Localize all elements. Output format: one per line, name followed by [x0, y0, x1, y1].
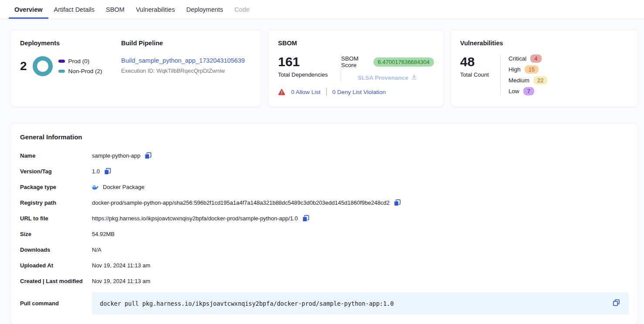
deployments-legend: Prod (0)Non-Prod (2)	[58, 58, 102, 74]
sbom-total: 161	[278, 54, 341, 69]
info-value: Docker Package	[103, 184, 144, 190]
general-information-title: General Information	[20, 133, 629, 141]
info-value-wrap: https://pkg.harness.io/ikpsjoavtcwxnqisy…	[92, 214, 310, 223]
copy-icon[interactable]	[393, 199, 401, 207]
info-value: Nov 19, 2024 11:13 am	[92, 278, 150, 284]
info-value-wrap: Nov 19, 2024 11:13 am	[92, 278, 150, 284]
severity-label: Medium	[508, 77, 529, 84]
overview-page: Deployments 2 Prod (0)Non-Prod (2) Build…	[0, 19, 644, 324]
info-value-wrap: 1.0	[92, 167, 112, 176]
sbom-total-label: Total Dependencies	[278, 71, 341, 78]
sbom-title: SBOM	[278, 40, 434, 47]
vulnerabilities-card: Vulnerabilities 48 Total Count Critical4…	[451, 30, 638, 107]
info-value: 54.92MB	[92, 231, 115, 237]
vulnerabilities-total: 48	[460, 54, 500, 69]
deployments-body: 2 Prod (0)Non-Prod (2)	[20, 56, 121, 76]
severity-count-badge: 22	[533, 76, 547, 84]
info-row-created-last-modified: Created | Last modifiedNov 19, 2024 11:1…	[20, 273, 629, 289]
pull-command-copy-button[interactable]	[612, 298, 621, 309]
info-value-wrap: 54.92MB	[92, 231, 115, 237]
info-row-uploaded-at: Uploaded AtNov 19, 2024 11:13 am	[20, 257, 629, 273]
sbom-total-section: 161 Total Dependencies	[278, 54, 341, 78]
copy-icon[interactable]	[302, 214, 310, 223]
build-pipeline-section: Build Pipeline Build_sample_python_app_1…	[121, 40, 252, 97]
execution-id-text: Execution ID: WqkTilbBRqecQrpDtZwniw	[121, 68, 252, 74]
info-label: Version/Tag	[20, 168, 92, 175]
info-row-package-type: Package typeDocker Package	[20, 179, 629, 195]
deployments-title: Deployments	[20, 40, 121, 47]
info-value-wrap: docker-prod/sample-python-app/sha256:596…	[92, 199, 401, 207]
deployments-card: Deployments 2 Prod (0)Non-Prod (2) Build…	[10, 30, 261, 107]
info-label: Name	[20, 152, 92, 159]
info-value: 1.0	[92, 168, 100, 175]
pull-command-label: Pull command	[20, 300, 92, 307]
info-value: https://pkg.harness.io/ikpsjoavtcwxnqisy…	[92, 215, 298, 222]
info-row-version-tag: Version/Tag1.0	[20, 163, 629, 179]
tab-overview[interactable]: Overview	[9, 0, 48, 19]
tab-bar: OverviewArtifact DetailsSBOMVulnerabilit…	[0, 0, 644, 19]
sbom-score-badge: 6.470017636684304	[373, 57, 434, 67]
legend-swatch	[58, 60, 65, 63]
info-label: Size	[20, 231, 92, 237]
build-pipeline-link[interactable]: Build_sample_python_app_1732043105639	[121, 57, 245, 64]
sbom-card: SBOM 161 Total Dependencies SBOM Score 6…	[268, 30, 444, 107]
tab-deployments[interactable]: Deployments	[180, 0, 229, 19]
general-information-rows: Namesample-python-appVersion/Tag1.0Packa…	[20, 148, 629, 289]
info-value: sample-python-app	[92, 152, 140, 159]
deployments-total: 2	[20, 59, 27, 73]
info-row-url-to-file: URL to filehttps://pkg.harness.io/ikpsjo…	[20, 210, 629, 226]
deny-list-link[interactable]: 0 Deny List Violation	[332, 89, 386, 95]
legend-label: Non-Prod (2)	[68, 68, 102, 74]
tab-vulnerabilities[interactable]: Vulnerabilities	[130, 0, 181, 19]
info-value-wrap: Nov 19, 2024 11:13 am	[92, 262, 150, 269]
info-label: Created | Last modified	[20, 278, 92, 284]
allow-list-link[interactable]: 0 Allow List	[291, 89, 321, 95]
vulnerabilities-total-section: 48 Total Count	[460, 54, 500, 95]
severity-row-medium: Medium22	[508, 76, 547, 84]
legend-item-non-prod-2: Non-Prod (2)	[58, 68, 102, 74]
deployments-section: Deployments 2 Prod (0)Non-Prod (2)	[20, 40, 121, 97]
info-label: Registry path	[20, 199, 92, 206]
sbom-body: 161 Total Dependencies SBOM Score 6.4700…	[278, 54, 434, 81]
info-value-wrap: Docker Package	[92, 184, 144, 190]
legend-swatch	[58, 70, 65, 73]
info-value: N/A	[92, 246, 102, 253]
sbom-policy-links: 0 Allow List 0 Deny List Violation	[278, 88, 434, 96]
severity-count-badge: 4	[530, 54, 541, 63]
vulnerabilities-body: 48 Total Count Critical4High15Medium22Lo…	[460, 54, 628, 95]
pull-command-box: docker pull pkg.harness.io/ikpsjoavtcwxn…	[92, 292, 629, 314]
build-pipeline-title: Build Pipeline	[121, 40, 252, 47]
info-row-size: Size54.92MB	[20, 226, 629, 242]
info-label: URL to file	[20, 215, 92, 222]
severity-label: Critical	[508, 55, 526, 62]
copy-icon[interactable]	[103, 167, 112, 176]
copy-icon	[612, 298, 621, 309]
tab-sbom[interactable]: SBOM	[100, 0, 130, 19]
general-information-card: General Information Namesample-python-ap…	[10, 123, 638, 324]
info-value: docker-prod/sample-python-app/sha256:596…	[92, 199, 390, 206]
severity-row-low: Low7	[508, 87, 547, 95]
info-value-wrap: N/A	[92, 246, 102, 253]
tab-artifact-details[interactable]: Artifact Details	[48, 0, 100, 19]
info-row-downloads: DownloadsN/A	[20, 242, 629, 257]
legend-item-prod-0: Prod (0)	[58, 58, 102, 64]
tab-code[interactable]: Code	[229, 0, 255, 19]
deployments-donut-chart	[33, 56, 53, 76]
severity-label: Low	[508, 88, 519, 94]
docker-icon	[92, 184, 99, 190]
severity-row-high: High15	[508, 65, 547, 74]
download-icon	[411, 74, 417, 81]
warning-triangle-icon	[278, 89, 285, 95]
severity-row-critical: Critical4	[508, 54, 547, 63]
slsa-provenance-label: SLSA Provenance	[358, 74, 408, 81]
summary-cards-row: Deployments 2 Prod (0)Non-Prod (2) Build…	[10, 30, 638, 107]
copy-icon[interactable]	[144, 152, 152, 160]
vulnerabilities-title: Vulnerabilities	[460, 40, 628, 47]
severity-list: Critical4High15Medium22Low7	[501, 54, 547, 95]
vulnerabilities-total-label: Total Count	[460, 71, 500, 78]
info-label: Uploaded At	[20, 262, 92, 269]
info-label: Package type	[20, 184, 92, 190]
severity-count-badge: 7	[523, 87, 534, 95]
info-value-wrap: sample-python-app	[92, 152, 152, 160]
slsa-provenance-link[interactable]: SLSA Provenance	[358, 74, 417, 81]
